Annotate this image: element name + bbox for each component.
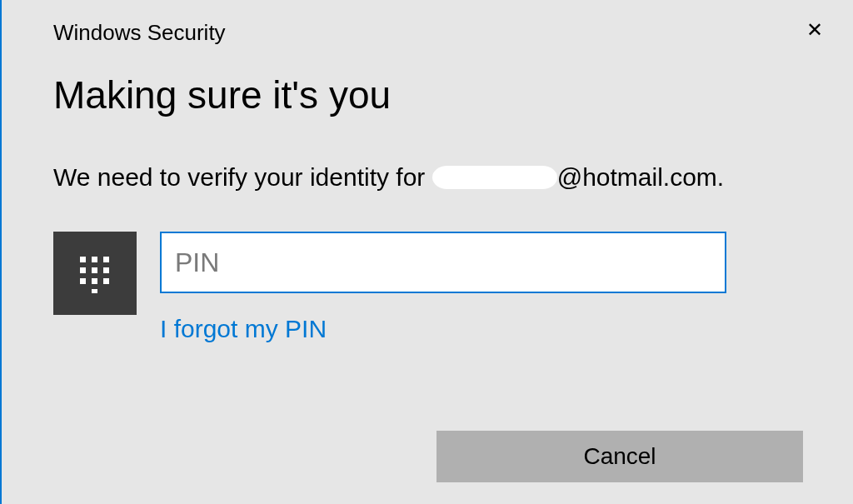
forgot-pin-link[interactable]: I forgot my PIN [160, 315, 327, 343]
window-title: Windows Security [53, 20, 226, 46]
svg-rect-3 [80, 267, 86, 273]
svg-rect-1 [92, 257, 97, 262]
close-button[interactable]: ✕ [800, 17, 830, 43]
pin-input-column: I forgot my PIN [160, 232, 726, 343]
pin-input-row: I forgot my PIN [2, 193, 853, 343]
pin-icon-box [53, 232, 137, 315]
svg-rect-2 [103, 257, 109, 262]
message-suffix: @hotmail.com. [557, 163, 725, 191]
security-dialog: Windows Security ✕ Making sure it's you … [0, 0, 853, 504]
keypad-icon [75, 253, 115, 293]
svg-rect-6 [80, 278, 86, 284]
dialog-heading: Making sure it's you [2, 46, 853, 117]
svg-rect-8 [103, 278, 109, 284]
dialog-buttons: Cancel [436, 431, 803, 482]
svg-rect-5 [103, 267, 109, 273]
verify-message: We need to verify your identity for @hot… [2, 117, 853, 193]
message-prefix: We need to verify your identity for [53, 163, 432, 191]
close-icon: ✕ [806, 18, 823, 41]
cancel-button[interactable]: Cancel [436, 431, 803, 482]
pin-input[interactable] [160, 232, 726, 293]
svg-rect-9 [92, 289, 97, 293]
svg-rect-7 [92, 278, 97, 284]
dialog-header: Windows Security ✕ [2, 0, 853, 46]
redacted-username [432, 166, 557, 189]
svg-rect-4 [92, 267, 97, 273]
svg-rect-0 [80, 257, 86, 262]
